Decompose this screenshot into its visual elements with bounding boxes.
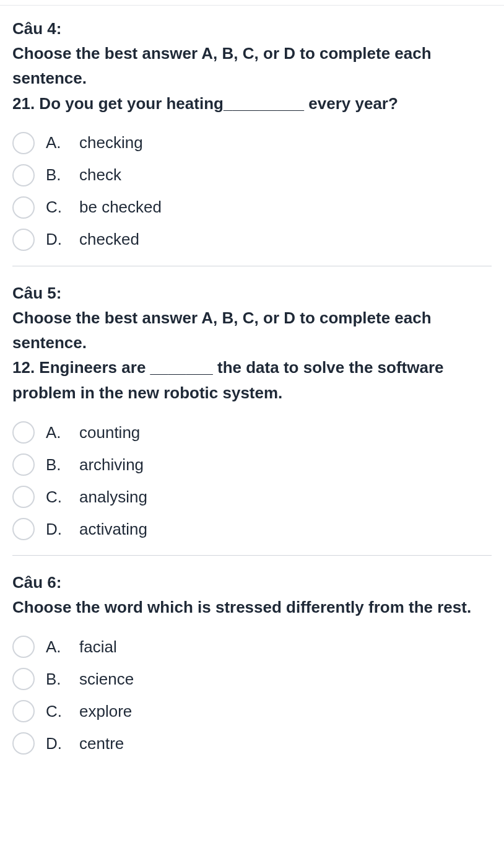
option-text: analysing (79, 488, 147, 507)
question-label: Câu 5: (12, 281, 492, 305)
option-letter: C. (46, 488, 68, 507)
options-list: A. checking B. check C. be checked D. ch… (12, 132, 492, 251)
option-letter: B. (46, 670, 68, 689)
option-row-a[interactable]: A. counting (12, 421, 492, 444)
option-row-a[interactable]: A. checking (12, 132, 492, 154)
option-letter: D. (46, 520, 68, 539)
option-row-b[interactable]: B. check (12, 164, 492, 186)
question-prompt: 21. Do you get your heating_________ eve… (12, 91, 492, 116)
radio-button[interactable] (12, 518, 35, 540)
question-block: Câu 6: Choose the word which is stressed… (12, 571, 492, 755)
option-row-b[interactable]: B. science (12, 668, 492, 690)
option-text: checking (79, 133, 143, 152)
option-letter: A. (46, 423, 68, 442)
option-text: archiving (79, 455, 144, 475)
question-label: Câu 4: (12, 17, 492, 41)
question-instruction: Choose the best answer A, B, C, or D to … (12, 305, 492, 356)
radio-button[interactable] (12, 636, 35, 658)
question-instruction: Choose the best answer A, B, C, or D to … (12, 41, 492, 91)
question-instruction: Choose the word which is stressed differ… (12, 595, 492, 620)
question-prompt: 12. Engineers are _______ the data to so… (12, 355, 492, 405)
radio-button[interactable] (12, 196, 35, 219)
option-letter: B. (46, 165, 68, 185)
options-list: A. facial B. science C. explore D. centr… (12, 636, 492, 755)
option-row-c[interactable]: C. be checked (12, 196, 492, 219)
option-text: be checked (79, 198, 162, 217)
radio-button[interactable] (12, 132, 35, 154)
option-text: checked (79, 230, 139, 249)
radio-button[interactable] (12, 164, 35, 186)
radio-button[interactable] (12, 421, 35, 444)
option-text: explore (79, 702, 132, 721)
option-letter: B. (46, 455, 68, 475)
radio-button[interactable] (12, 668, 35, 690)
option-row-d[interactable]: D. activating (12, 518, 492, 540)
question-block: Câu 5: Choose the best answer A, B, C, o… (12, 281, 492, 556)
quiz-container: Câu 4: Choose the best answer A, B, C, o… (0, 5, 504, 767)
radio-button[interactable] (12, 700, 35, 722)
option-text: facial (79, 637, 117, 657)
radio-button[interactable] (12, 732, 35, 755)
option-row-d[interactable]: D. centre (12, 732, 492, 755)
option-text: check (79, 165, 121, 185)
radio-button[interactable] (12, 486, 35, 508)
option-row-c[interactable]: C. analysing (12, 486, 492, 508)
option-letter: D. (46, 734, 68, 753)
option-text: activating (79, 520, 147, 539)
option-letter: D. (46, 230, 68, 249)
option-row-d[interactable]: D. checked (12, 229, 492, 251)
option-text: counting (79, 423, 140, 442)
question-block: Câu 4: Choose the best answer A, B, C, o… (12, 17, 492, 266)
option-row-a[interactable]: A. facial (12, 636, 492, 658)
option-letter: A. (46, 133, 68, 152)
radio-button[interactable] (12, 229, 35, 251)
radio-button[interactable] (12, 453, 35, 476)
question-label: Câu 6: (12, 571, 492, 595)
option-row-c[interactable]: C. explore (12, 700, 492, 722)
options-list: A. counting B. archiving C. analysing D.… (12, 421, 492, 540)
option-row-b[interactable]: B. archiving (12, 453, 492, 476)
option-letter: C. (46, 198, 68, 217)
option-text: centre (79, 734, 124, 753)
option-text: science (79, 670, 134, 689)
option-letter: A. (46, 637, 68, 657)
option-letter: C. (46, 702, 68, 721)
